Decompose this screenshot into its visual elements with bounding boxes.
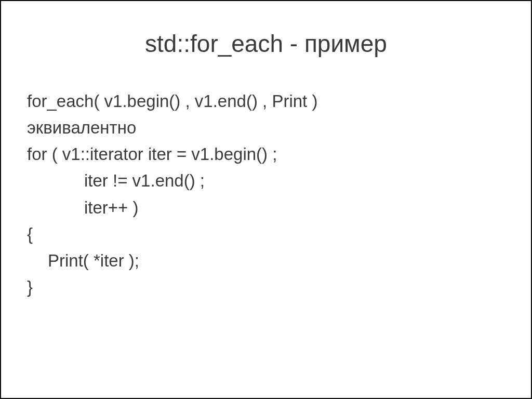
code-line-8: } xyxy=(27,274,505,300)
slide-title: std::for_each - пример xyxy=(27,30,505,58)
text-equivalent: эквивалентно xyxy=(27,114,505,141)
slide-frame: std::for_each - пример for_each( v1.begi… xyxy=(0,0,532,399)
slide-content: for_each( v1.begin() , v1.end() , Print … xyxy=(27,88,505,300)
code-line-5: iter++ ) xyxy=(27,194,505,221)
code-line-7: Print( *iter ); xyxy=(27,247,505,274)
code-line-6: { xyxy=(27,221,505,247)
code-line-3: for ( v1::iterator iter = v1.begin() ; xyxy=(27,141,505,167)
code-line-4: iter != v1.end() ; xyxy=(27,167,505,194)
code-line-1: for_each( v1.begin() , v1.end() , Print … xyxy=(27,88,505,114)
